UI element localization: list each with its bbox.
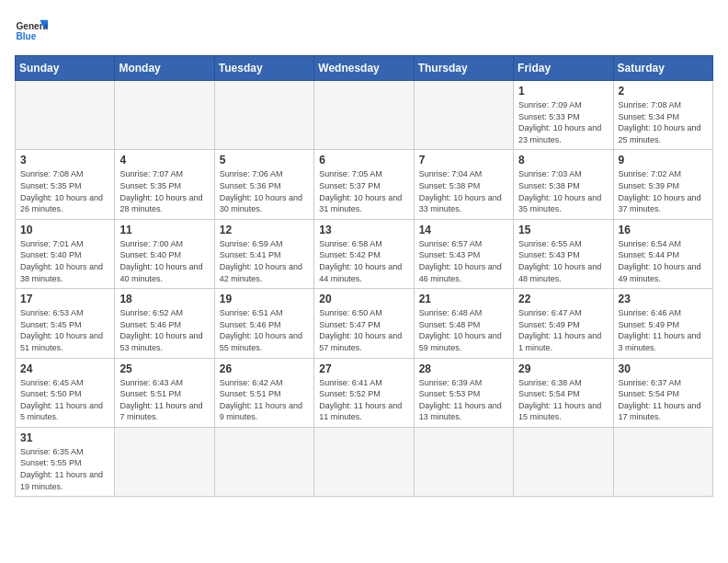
calendar-cell [314,81,414,150]
calendar-cell: 11Sunrise: 7:00 AM Sunset: 5:40 PM Dayli… [115,219,214,288]
day-number: 6 [319,154,408,167]
calendar-cell: 14Sunrise: 6:57 AM Sunset: 5:43 PM Dayli… [414,219,513,288]
day-info: Sunrise: 6:43 AM Sunset: 5:51 PM Dayligh… [119,377,209,423]
svg-text:Blue: Blue [16,31,36,41]
calendar-cell: 20Sunrise: 6:50 AM Sunset: 5:47 PM Dayli… [314,289,414,358]
weekday-header-thursday: Thursday [414,56,513,81]
day-number: 14 [419,224,508,236]
day-number: 9 [619,154,708,167]
calendar-cell [16,81,115,150]
day-number: 4 [119,154,209,167]
calendar-cell: 17Sunrise: 6:53 AM Sunset: 5:45 PM Dayli… [16,289,115,358]
calendar-cell: 26Sunrise: 6:42 AM Sunset: 5:51 PM Dayli… [214,358,313,427]
calendar-cell: 12Sunrise: 6:59 AM Sunset: 5:41 PM Dayli… [214,219,313,288]
calendar-cell [414,81,513,150]
calendar-cell: 27Sunrise: 6:41 AM Sunset: 5:52 PM Dayli… [314,358,414,427]
calendar-cell: 16Sunrise: 6:54 AM Sunset: 5:44 PM Dayli… [613,219,712,288]
day-info: Sunrise: 6:52 AM Sunset: 5:46 PM Dayligh… [119,307,209,353]
calendar-week-row: 24Sunrise: 6:45 AM Sunset: 5:50 PM Dayli… [16,358,713,427]
day-number: 27 [319,362,408,375]
day-number: 25 [119,362,209,375]
calendar-cell: 6Sunrise: 7:05 AM Sunset: 5:37 PM Daylig… [314,150,414,219]
day-number: 26 [220,362,309,375]
day-info: Sunrise: 7:01 AM Sunset: 5:40 PM Dayligh… [20,238,109,284]
header: General Blue [15,15,713,48]
day-number: 31 [20,431,109,444]
day-number: 15 [518,224,608,236]
day-number: 30 [619,362,708,375]
day-number: 10 [20,224,109,236]
day-info: Sunrise: 6:55 AM Sunset: 5:43 PM Dayligh… [518,238,608,284]
day-number: 23 [619,293,708,305]
calendar-cell [214,427,313,496]
day-info: Sunrise: 6:59 AM Sunset: 5:41 PM Dayligh… [220,238,309,284]
day-number: 17 [20,293,109,305]
weekday-header-tuesday: Tuesday [214,56,313,81]
calendar-cell [314,427,414,496]
weekday-header-wednesday: Wednesday [314,56,414,81]
calendar-cell: 24Sunrise: 6:45 AM Sunset: 5:50 PM Dayli… [16,358,115,427]
day-info: Sunrise: 7:08 AM Sunset: 5:35 PM Dayligh… [20,168,109,214]
day-number: 28 [419,362,508,375]
day-info: Sunrise: 6:50 AM Sunset: 5:47 PM Dayligh… [319,307,408,353]
day-info: Sunrise: 6:42 AM Sunset: 5:51 PM Dayligh… [220,377,309,423]
calendar-week-row: 10Sunrise: 7:01 AM Sunset: 5:40 PM Dayli… [16,219,713,288]
day-info: Sunrise: 6:37 AM Sunset: 5:54 PM Dayligh… [619,377,708,423]
calendar-cell: 15Sunrise: 6:55 AM Sunset: 5:43 PM Dayli… [514,219,613,288]
day-number: 2 [619,85,708,98]
day-info: Sunrise: 6:46 AM Sunset: 5:49 PM Dayligh… [619,307,708,353]
day-info: Sunrise: 7:05 AM Sunset: 5:37 PM Dayligh… [319,168,408,214]
calendar-cell: 7Sunrise: 7:04 AM Sunset: 5:38 PM Daylig… [414,150,513,219]
calendar-cell: 5Sunrise: 7:06 AM Sunset: 5:36 PM Daylig… [214,150,313,219]
day-info: Sunrise: 6:35 AM Sunset: 5:55 PM Dayligh… [20,446,109,492]
day-number: 16 [619,224,708,236]
calendar-cell: 4Sunrise: 7:07 AM Sunset: 5:35 PM Daylig… [115,150,214,219]
day-info: Sunrise: 7:04 AM Sunset: 5:38 PM Dayligh… [419,168,508,214]
calendar-week-row: 1Sunrise: 7:09 AM Sunset: 5:33 PM Daylig… [16,81,713,150]
calendar-cell: 9Sunrise: 7:02 AM Sunset: 5:39 PM Daylig… [613,150,712,219]
day-info: Sunrise: 7:06 AM Sunset: 5:36 PM Dayligh… [220,168,309,214]
day-info: Sunrise: 7:03 AM Sunset: 5:38 PM Dayligh… [518,168,608,214]
calendar: SundayMondayTuesdayWednesdayThursdayFrid… [15,55,713,497]
day-number: 13 [319,224,408,236]
day-info: Sunrise: 6:53 AM Sunset: 5:45 PM Dayligh… [20,307,109,353]
day-number: 24 [20,362,109,375]
calendar-cell: 1Sunrise: 7:09 AM Sunset: 5:33 PM Daylig… [514,81,613,150]
day-number: 18 [119,293,209,305]
day-number: 5 [220,154,309,167]
calendar-week-row: 17Sunrise: 6:53 AM Sunset: 5:45 PM Dayli… [16,289,713,358]
day-number: 29 [518,362,608,375]
weekday-header-saturday: Saturday [613,56,712,81]
day-info: Sunrise: 6:39 AM Sunset: 5:53 PM Dayligh… [419,377,508,423]
calendar-cell: 18Sunrise: 6:52 AM Sunset: 5:46 PM Dayli… [115,289,214,358]
day-number: 21 [419,293,508,305]
calendar-cell: 23Sunrise: 6:46 AM Sunset: 5:49 PM Dayli… [613,289,712,358]
day-info: Sunrise: 6:51 AM Sunset: 5:46 PM Dayligh… [220,307,309,353]
day-info: Sunrise: 7:00 AM Sunset: 5:40 PM Dayligh… [119,238,209,284]
day-info: Sunrise: 6:58 AM Sunset: 5:42 PM Dayligh… [319,238,408,284]
weekday-header-friday: Friday [514,56,613,81]
calendar-cell: 21Sunrise: 6:48 AM Sunset: 5:48 PM Dayli… [414,289,513,358]
day-info: Sunrise: 6:47 AM Sunset: 5:49 PM Dayligh… [518,307,608,353]
calendar-cell: 30Sunrise: 6:37 AM Sunset: 5:54 PM Dayli… [613,358,712,427]
calendar-cell [115,81,214,150]
day-number: 8 [518,154,608,167]
logo: General Blue [15,15,48,48]
calendar-week-row: 3Sunrise: 7:08 AM Sunset: 5:35 PM Daylig… [16,150,713,219]
calendar-cell: 19Sunrise: 6:51 AM Sunset: 5:46 PM Dayli… [214,289,313,358]
calendar-cell: 2Sunrise: 7:08 AM Sunset: 5:34 PM Daylig… [613,81,712,150]
day-info: Sunrise: 6:54 AM Sunset: 5:44 PM Dayligh… [619,238,708,284]
day-info: Sunrise: 6:57 AM Sunset: 5:43 PM Dayligh… [419,238,508,284]
day-info: Sunrise: 6:45 AM Sunset: 5:50 PM Dayligh… [20,377,109,423]
day-number: 1 [518,85,608,98]
calendar-cell: 25Sunrise: 6:43 AM Sunset: 5:51 PM Dayli… [115,358,214,427]
day-info: Sunrise: 7:07 AM Sunset: 5:35 PM Dayligh… [119,168,209,214]
calendar-cell: 10Sunrise: 7:01 AM Sunset: 5:40 PM Dayli… [16,219,115,288]
day-info: Sunrise: 7:08 AM Sunset: 5:34 PM Dayligh… [619,99,708,145]
day-number: 22 [518,293,608,305]
day-number: 19 [220,293,309,305]
day-info: Sunrise: 7:02 AM Sunset: 5:39 PM Dayligh… [619,168,708,214]
day-info: Sunrise: 7:09 AM Sunset: 5:33 PM Dayligh… [518,99,608,145]
calendar-cell: 22Sunrise: 6:47 AM Sunset: 5:49 PM Dayli… [514,289,613,358]
calendar-cell [115,427,214,496]
